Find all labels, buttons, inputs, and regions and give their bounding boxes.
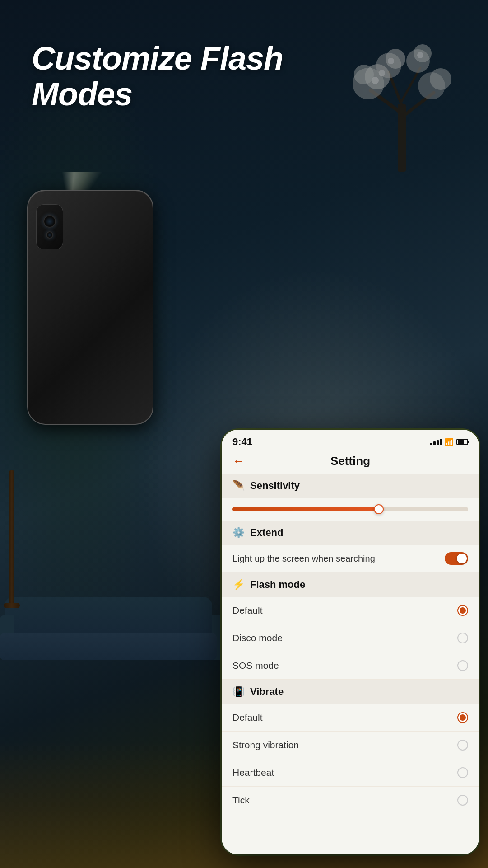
phone-device <box>27 190 153 425</box>
vibrate-option-heartbeat-label: Heartbeat <box>232 767 274 778</box>
vibrate-option-tick-label: Tick <box>232 795 250 806</box>
vibrate-option-default-label: Default <box>232 712 263 723</box>
extend-title: Extend <box>250 527 283 539</box>
svg-point-17 <box>417 52 423 58</box>
flash-mode-section-header: ⚡ Flash mode <box>222 572 479 597</box>
sensitivity-section-header: 🪶 Sensitivity <box>222 474 479 498</box>
vibrate-radio-heartbeat[interactable] <box>457 767 468 778</box>
svg-point-11 <box>386 49 405 69</box>
flash-mode-title: Flash mode <box>250 579 305 591</box>
camera-module <box>36 204 63 249</box>
vibrate-icon: 📳 <box>232 686 245 698</box>
secondary-lens <box>46 231 53 239</box>
back-button[interactable]: ← <box>232 454 244 468</box>
app-title: Setting <box>330 454 370 468</box>
sensitivity-slider-track[interactable] <box>232 507 468 511</box>
flash-option-disco-label: Disco mode <box>232 633 283 643</box>
vibrate-option-strong-label: Strong vibration <box>232 740 299 751</box>
svg-line-4 <box>401 68 420 102</box>
extend-section-header: ⚙️ Extend <box>222 521 479 545</box>
vibrate-radio-strong[interactable] <box>457 740 468 751</box>
sensitivity-slider-fill <box>232 507 379 511</box>
vibrate-option-strong[interactable]: Strong vibration <box>222 732 479 759</box>
battery-icon <box>456 439 468 445</box>
vibrate-radio-default[interactable] <box>457 712 468 723</box>
page-headline: Customize Flash Modes <box>32 41 370 112</box>
sensitivity-icon: 🪶 <box>232 480 245 492</box>
phone-ui-mockup: 9:41 📶 ← Setting 🪶 Sensitivity <box>222 430 479 854</box>
vibrate-radio-tick[interactable] <box>457 795 468 806</box>
svg-point-15 <box>379 70 385 76</box>
vibrate-section-header: 📳 Vibrate <box>222 680 479 704</box>
flash-radio-default[interactable] <box>457 605 468 616</box>
sensitivity-title: Sensitivity <box>250 480 300 492</box>
vibrate-option-tick[interactable]: Tick <box>222 787 479 814</box>
screen-light-toggle[interactable] <box>445 552 468 565</box>
flash-mode-icon: ⚡ <box>232 579 245 591</box>
status-icons: 📶 <box>430 438 468 446</box>
vibrate-title: Vibrate <box>250 686 284 698</box>
svg-point-14 <box>372 77 379 84</box>
flash-option-sos-label: SOS mode <box>232 660 279 671</box>
signal-icon <box>430 439 442 445</box>
app-header: ← Setting <box>222 450 479 474</box>
flash-option-default[interactable]: Default <box>222 597 479 624</box>
main-lens <box>43 215 56 228</box>
sensitivity-slider-row <box>222 498 479 521</box>
flash-radio-disco[interactable] <box>457 633 468 643</box>
extend-icon: ⚙️ <box>232 527 245 539</box>
lamp-base <box>4 603 20 608</box>
sensitivity-slider-thumb[interactable] <box>374 504 384 514</box>
toggle-knob <box>457 554 467 563</box>
flash-radio-sos[interactable] <box>457 660 468 671</box>
flash-option-default-label: Default <box>232 605 263 616</box>
status-time: 9:41 <box>232 436 252 448</box>
status-bar: 9:41 📶 <box>222 430 479 450</box>
flash-option-sos[interactable]: SOS mode <box>222 652 479 680</box>
svg-point-16 <box>388 58 394 64</box>
wifi-icon: 📶 <box>445 438 454 446</box>
flash-option-disco[interactable]: Disco mode <box>222 624 479 652</box>
sofa-decoration <box>0 579 226 669</box>
lamp-stand <box>9 470 14 606</box>
screen-light-toggle-row: Light up the screen when searching <box>222 545 479 572</box>
vibrate-option-heartbeat[interactable]: Heartbeat <box>222 759 479 787</box>
svg-point-9 <box>430 68 451 90</box>
screen-light-label: Light up the screen when searching <box>232 554 375 564</box>
vibrate-option-default[interactable]: Default <box>222 704 479 732</box>
